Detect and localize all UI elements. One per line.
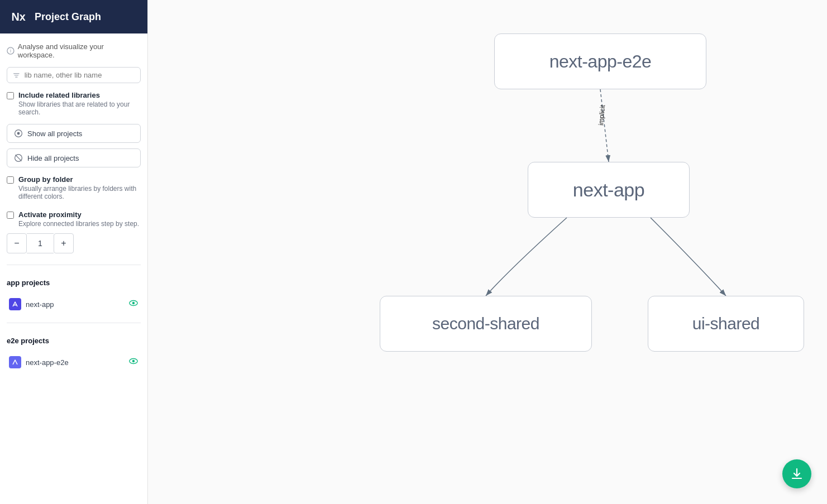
graph-canvas: implicit next-app-e2e next-app second-sh… [148, 0, 827, 504]
node-second-shared[interactable]: second-shared [380, 296, 592, 352]
stepper-value: 1 [27, 233, 54, 253]
search-box[interactable] [7, 67, 141, 83]
project-name-next-app-e2e: next-app-e2e [26, 358, 69, 367]
stepper-minus-button[interactable]: − [7, 233, 27, 253]
info-row: i Analyse and visualize your workspace. [7, 40, 141, 61]
include-related-section: Include related libraries Show libraries… [7, 89, 141, 118]
sidebar: Nx Project Graph i Analyse and visualize… [0, 0, 148, 504]
include-related-desc: Show libraries that are related to your … [18, 100, 141, 116]
svg-point-9 [132, 302, 135, 305]
group-by-folder-desc: Visually arrange libraries by folders wi… [18, 185, 141, 200]
project-item-next-app[interactable]: next-app [7, 295, 141, 314]
group-by-folder-section: Group by folder Visually arrange librari… [7, 173, 141, 203]
proximity-stepper: − 1 + [7, 233, 141, 253]
include-related-label: Include related libraries [18, 91, 141, 99]
group-by-folder-label: Group by folder [18, 175, 141, 184]
stepper-plus-button[interactable]: + [54, 233, 74, 253]
svg-text:Nx: Nx [12, 11, 26, 23]
node-ui-shared[interactable]: ui-shared [648, 296, 804, 352]
download-fab-button[interactable] [782, 459, 811, 488]
divider-2 [7, 323, 141, 323]
svg-text:i: i [10, 48, 11, 54]
edge-label-implicit: implicit [597, 104, 606, 126]
svg-point-5 [17, 132, 20, 135]
eye-icon-next-app-e2e[interactable] [128, 356, 138, 368]
hide-all-button[interactable]: Hide all projects [7, 148, 141, 167]
project-icon-next-app [9, 298, 21, 310]
svg-point-11 [132, 360, 135, 363]
project-item-next-app-e2e[interactable]: next-app-e2e [7, 353, 141, 372]
nx-logo-icon: Nx [9, 7, 29, 27]
divider-1 [7, 265, 141, 265]
edge-app-to-ui-shared [651, 218, 726, 296]
info-text: Analyse and visualize your workspace. [18, 42, 141, 59]
graph-svg: implicit [148, 0, 827, 504]
group-by-folder-checkbox[interactable] [7, 176, 14, 184]
eye-icon-next-app[interactable] [128, 298, 138, 310]
node-next-app-e2e[interactable]: next-app-e2e [494, 33, 706, 89]
show-all-button[interactable]: Show all projects [7, 124, 141, 143]
project-icon-next-app-e2e [9, 356, 21, 368]
include-related-checkbox[interactable] [7, 92, 14, 99]
show-all-label: Show all projects [27, 129, 82, 138]
hide-all-icon [14, 153, 23, 162]
activate-proximity-section: Activate proximity Explore connected lib… [7, 208, 141, 256]
info-icon: i [7, 47, 15, 55]
graph-area: implicit next-app-e2e next-app second-sh… [148, 0, 827, 504]
hide-all-label: Hide all projects [27, 154, 79, 162]
activate-proximity-desc: Explore connected libraries step by step… [18, 220, 139, 228]
project-name-next-app: next-app [26, 300, 54, 309]
activate-proximity-checkbox[interactable] [7, 212, 14, 219]
search-input[interactable] [25, 71, 135, 79]
node-next-app[interactable]: next-app [528, 162, 690, 218]
edge-app-to-second-shared [486, 218, 567, 296]
filter-icon [13, 71, 20, 79]
sidebar-header: Nx Project Graph [0, 0, 147, 33]
app-title: Project Graph [35, 11, 101, 23]
show-all-icon [14, 129, 23, 138]
download-icon [790, 467, 804, 481]
activate-proximity-label: Activate proximity [18, 210, 139, 219]
e2e-projects-title: e2e projects [7, 332, 141, 347]
app-projects-title: app projects [7, 274, 141, 289]
svg-line-7 [15, 155, 21, 161]
